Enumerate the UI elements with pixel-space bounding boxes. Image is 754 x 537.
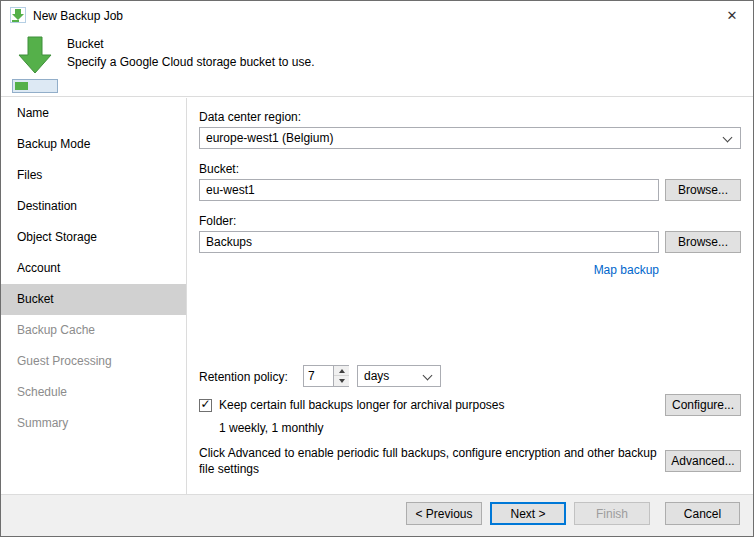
keep-full-backups-checkbox[interactable]: ✓ (199, 399, 212, 412)
configure-button[interactable]: Configure... (665, 394, 741, 416)
folder-input[interactable] (199, 231, 659, 253)
wizard-header: Bucket Specify a Google Cloud storage bu… (1, 29, 753, 97)
stepper-down-icon[interactable] (334, 376, 349, 386)
region-value: europe-west1 (Belgium) (206, 131, 333, 145)
previous-button[interactable]: < Previous (406, 502, 482, 525)
new-backup-job-dialog: New Backup Job ✕ Bucket Specify a Google… (0, 0, 754, 537)
step-title: Bucket (67, 37, 104, 51)
region-dropdown[interactable]: europe-west1 (Belgium) (199, 127, 741, 149)
stepper-up-icon[interactable] (334, 366, 349, 376)
bucket-input[interactable] (199, 179, 659, 201)
sidebar-item-account[interactable]: Account (1, 253, 186, 284)
wizard-steps-sidebar: Name Backup Mode Files Destination Objec… (1, 98, 186, 494)
close-icon[interactable]: ✕ (721, 5, 743, 25)
retention-policy-label: Retention policy: (199, 370, 288, 384)
retention-unit-value: days (364, 369, 389, 383)
sidebar-item-destination[interactable]: Destination (1, 191, 186, 222)
sidebar-item-summary[interactable]: Summary (1, 408, 186, 439)
sidebar-item-object-storage[interactable]: Object Storage (1, 222, 186, 253)
bucket-browse-button[interactable]: Browse... (665, 179, 741, 201)
sidebar-item-files[interactable]: Files (1, 160, 186, 191)
sidebar-item-name[interactable]: Name (1, 98, 186, 129)
gfs-summary-text: 1 weekly, 1 monthly (219, 421, 324, 435)
retention-count-stepper[interactable] (303, 365, 349, 387)
map-backup-link[interactable]: Map backup (594, 263, 659, 277)
chevron-down-icon (423, 371, 433, 381)
chevron-down-icon (723, 133, 733, 143)
step-subtitle: Specify a Google Cloud storage bucket to… (67, 55, 314, 69)
next-button[interactable]: Next > (490, 502, 566, 525)
sidebar-item-schedule[interactable]: Schedule (1, 377, 186, 408)
bucket-step-content: Data center region: europe-west1 (Belgiu… (187, 98, 754, 494)
download-arrow-icon (11, 35, 59, 95)
window-title: New Backup Job (33, 9, 123, 23)
title-bar: New Backup Job ✕ (1, 1, 753, 29)
checkmark-icon: ✓ (200, 399, 210, 410)
progress-bar-icon (12, 79, 58, 93)
folder-browse-button[interactable]: Browse... (665, 231, 741, 253)
sidebar-item-guest-processing[interactable]: Guest Processing (1, 346, 186, 377)
retention-count-input[interactable] (304, 366, 333, 386)
bucket-label: Bucket: (199, 162, 239, 176)
backup-job-icon (10, 7, 26, 23)
keep-full-backups-label: Keep certain full backups longer for arc… (219, 398, 505, 412)
sidebar-item-backup-mode[interactable]: Backup Mode (1, 129, 186, 160)
region-label: Data center region: (199, 110, 301, 124)
retention-unit-dropdown[interactable]: days (357, 365, 441, 387)
advanced-button[interactable]: Advanced... (665, 450, 741, 472)
finish-button: Finish (574, 502, 650, 525)
wizard-footer: < Previous Next > Finish Cancel (1, 494, 753, 537)
cancel-button[interactable]: Cancel (665, 502, 740, 525)
sidebar-item-bucket[interactable]: Bucket (1, 284, 186, 315)
advanced-hint-text: Click Advanced to enable periodic full b… (199, 445, 661, 477)
sidebar-item-backup-cache[interactable]: Backup Cache (1, 315, 186, 346)
stepper-buttons (333, 366, 348, 386)
folder-label: Folder: (199, 214, 236, 228)
